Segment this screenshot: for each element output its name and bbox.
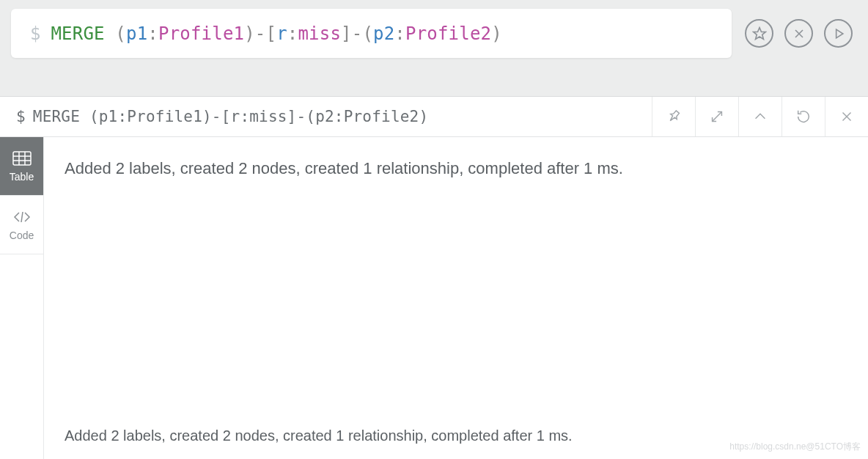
watermark: https://blog.csdn.ne@51CTO博客: [729, 441, 861, 453]
refresh-icon: [795, 109, 812, 125]
result-prompt-symbol: $: [16, 108, 26, 125]
status-message: Added 2 labels, created 2 nodes, created…: [65, 159, 623, 178]
run-button[interactable]: [824, 19, 853, 48]
svg-line-12: [21, 212, 23, 222]
view-tabs: Table Code: [0, 137, 44, 459]
tab-code-label: Code: [10, 230, 34, 241]
tab-code[interactable]: Code: [0, 196, 43, 254]
close-result-button[interactable]: [825, 97, 868, 136]
favorite-button[interactable]: [745, 19, 773, 48]
table-icon: [12, 150, 32, 166]
close-icon: [792, 26, 806, 41]
result-body: Table Code Added 2 labels, created 2 nod…: [0, 137, 868, 459]
query-text: MERGE (p1:Profile1)-[r:miss]-(p2:Profile…: [51, 23, 501, 44]
close-icon: [839, 109, 855, 125]
star-icon: [752, 26, 767, 41]
collapse-button[interactable]: [738, 97, 781, 136]
pin-button[interactable]: [652, 97, 695, 136]
editor-bar: $ MERGE (p1:Profile1)-[r:miss]-(p2:Profi…: [0, 0, 868, 80]
tab-table[interactable]: Table: [0, 137, 43, 196]
result-frame: $ MERGE (p1:Profile1)-[r:miss]-(p2:Profi…: [0, 96, 868, 459]
expand-icon: [709, 109, 725, 125]
code-icon: [12, 209, 32, 225]
play-icon: [831, 26, 846, 41]
chevron-up-icon: [752, 109, 768, 125]
svg-line-4: [713, 112, 722, 122]
clear-button[interactable]: [784, 19, 813, 48]
tab-table-label: Table: [10, 171, 34, 183]
editor-buttons: [745, 19, 857, 48]
svg-rect-7: [13, 152, 31, 165]
svg-marker-3: [836, 29, 842, 38]
svg-marker-0: [753, 27, 765, 39]
result-actions: [652, 97, 868, 136]
rerun-button[interactable]: [781, 97, 825, 136]
query-editor[interactable]: $ MERGE (p1:Profile1)-[r:miss]-(p2:Profi…: [11, 9, 732, 58]
expand-button[interactable]: [695, 97, 738, 136]
result-content: Added 2 labels, created 2 nodes, created…: [44, 137, 868, 459]
result-query-display: $ MERGE (p1:Profile1)-[r:miss]-(p2:Profi…: [0, 97, 652, 136]
pin-icon: [666, 109, 682, 125]
result-query-text: MERGE (p1:Profile1)-[r:miss]-(p2:Profile…: [33, 108, 428, 125]
footer-message: Added 2 labels, created 2 nodes, created…: [65, 427, 573, 444]
prompt-symbol: $: [30, 23, 40, 44]
result-header: $ MERGE (p1:Profile1)-[r:miss]-(p2:Profi…: [0, 97, 868, 137]
